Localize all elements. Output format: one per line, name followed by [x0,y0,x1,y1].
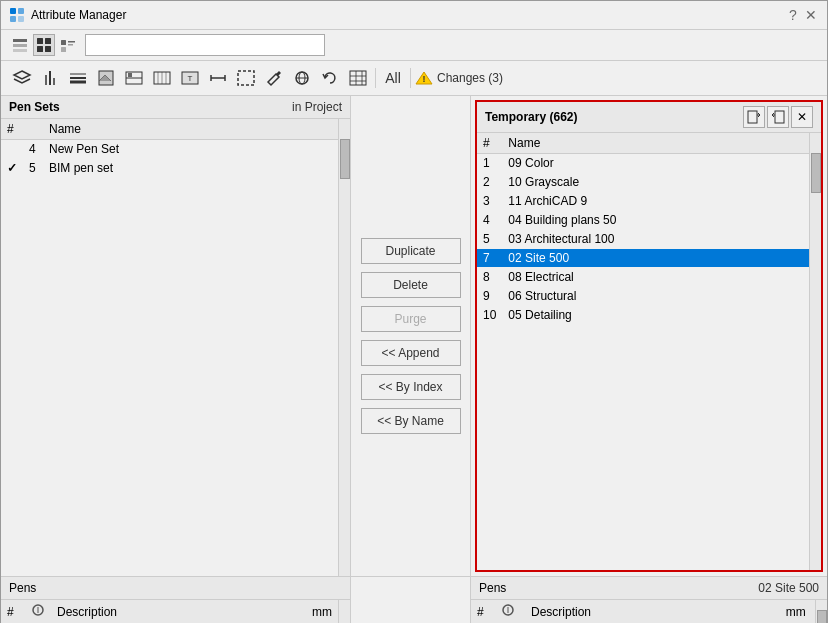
temporary-close-button[interactable]: ✕ [791,106,813,128]
search-bar [1,30,827,61]
append-button[interactable]: << Append [361,340,461,366]
temporary-title: Temporary (662) [485,110,577,124]
grid-icon[interactable] [345,65,371,91]
temp-name-cell: 06 Structural [502,287,809,306]
pens-left-list-wrapper: # Description mm [1,600,350,623]
by-name-button[interactable]: << By Name [361,408,461,434]
export-button[interactable] [743,106,765,128]
temporary-row[interactable]: 5 03 Architectural 100 [477,230,809,249]
temporary-row[interactable]: 9 06 Structural [477,287,809,306]
check-cell [1,140,23,159]
pen-set-row[interactable]: ✓ 5 BIM pen set [1,159,338,178]
fill-icon[interactable] [93,65,119,91]
scrollbar-thumb [340,139,350,179]
temp-index-cell: 9 [477,287,502,306]
svg-text:T: T [188,74,193,83]
temporary-panel: Temporary (662) ✕ # [475,100,823,572]
temp-name-cell: 02 Site 500 [502,249,809,268]
svg-marker-15 [14,71,30,79]
pen-set-row[interactable]: 4 New Pen Set [1,140,338,159]
col-index [23,119,43,140]
pens-right-list[interactable]: # Description mm 1 General - General [471,600,815,623]
pens-left: Pens # Description [1,577,351,623]
pens-right: Pens 02 Site 500 # De [471,577,827,623]
temp-index-cell: 3 [477,192,502,211]
svg-rect-46 [748,111,757,123]
pens-col-desc: Description [51,600,306,623]
temporary-row[interactable]: 10 05 Detailing [477,306,809,325]
temp-index-cell: 5 [477,230,502,249]
temporary-table: # Name 1 09 Color 2 10 Grayscale 3 11 Ar… [477,133,809,325]
pencil-icon[interactable] [261,65,287,91]
delete-button[interactable]: Delete [361,272,461,298]
import-button[interactable] [767,106,789,128]
duplicate-button[interactable]: Duplicate [361,238,461,264]
temp-col-hash: # [477,133,502,154]
all-button[interactable]: All [380,65,406,91]
pen-sets-scrollbar[interactable] [338,119,350,576]
pens-col-hash: # [1,600,25,623]
svg-rect-35 [238,71,254,85]
temporary-row[interactable]: 2 10 Grayscale [477,173,809,192]
layer-icon[interactable] [9,65,35,91]
temp-index-cell: 8 [477,268,502,287]
pens-area: Pens # Description [1,577,827,623]
by-index-button[interactable]: << By Index [361,374,461,400]
pr-col-icon [495,600,525,623]
temporary-row[interactable]: 7 02 Site 500 [477,249,809,268]
temp-scrollbar-thumb [811,153,821,193]
temp-name-cell: 09 Color [502,154,809,173]
pens-left-header: Pens [1,577,350,600]
surface-icon[interactable] [149,65,175,91]
svg-rect-6 [13,49,27,52]
pens-right-list-wrapper: # Description mm 1 General - General [471,600,827,623]
temp-name-cell: 04 Building plans 50 [502,211,809,230]
list-view-icon[interactable] [9,34,31,56]
pens-left-scrollbar[interactable] [338,600,350,623]
svg-rect-10 [45,46,51,52]
temp-index-cell: 2 [477,173,502,192]
pen-sets-title: Pen Sets [9,100,60,114]
temporary-row[interactable]: 3 11 ArchiCAD 9 [477,192,809,211]
svg-rect-25 [128,73,132,77]
pens-right-scrollbar-thumb [817,610,827,623]
temporary-row[interactable]: 8 08 Electrical [477,268,809,287]
svg-rect-9 [37,46,43,52]
purge-button[interactable]: Purge [361,306,461,332]
help-button[interactable]: ? [785,7,801,23]
pen-icon[interactable] [37,65,63,91]
globe-icon[interactable] [289,65,315,91]
check-cell: ✓ [1,159,23,178]
detail-view-icon[interactable] [57,34,79,56]
zone-icon[interactable] [233,65,259,91]
pen-sets-header: Pen Sets in Project [1,96,350,119]
pen-sets-table: # Name 4 New Pen Set ✓ 5 BIM pen set [1,119,338,178]
pen-sets-panel: Pen Sets in Project # Name [1,96,351,576]
pens-right-scrollbar[interactable] [815,600,827,623]
app-icon [9,7,25,23]
temporary-list[interactable]: # Name 1 09 Color 2 10 Grayscale 3 11 Ar… [477,133,809,570]
pen-sets-list-wrapper: # Name 4 New Pen Set ✓ 5 BIM pen set [1,119,350,576]
pen-sets-list[interactable]: # Name 4 New Pen Set ✓ 5 BIM pen set [1,119,338,576]
dimension-icon[interactable] [205,65,231,91]
col-name: Name [43,119,338,140]
temporary-header: Temporary (662) ✕ [477,102,821,133]
undo-icon[interactable] [317,65,343,91]
pens-left-list[interactable]: # Description mm [1,600,338,623]
temporary-row[interactable]: 4 04 Building plans 50 [477,211,809,230]
pens-section: Pens # Description [1,576,827,623]
close-button[interactable]: ✕ [803,7,819,23]
composite-icon[interactable] [121,65,147,91]
grid-view-icon[interactable] [33,34,55,56]
changes-button[interactable]: ! Changes (3) [415,70,503,86]
search-input[interactable] [85,34,325,56]
svg-rect-14 [61,47,66,52]
toolbar: T All ! Changes (3) [1,61,827,96]
texture-icon[interactable]: T [177,65,203,91]
temporary-row[interactable]: 1 09 Color [477,154,809,173]
pens-right-subtitle: 02 Site 500 [758,581,819,595]
temp-index-cell: 4 [477,211,502,230]
line-icon[interactable] [65,65,91,91]
temporary-scrollbar[interactable] [809,133,821,570]
svg-rect-0 [10,8,16,14]
